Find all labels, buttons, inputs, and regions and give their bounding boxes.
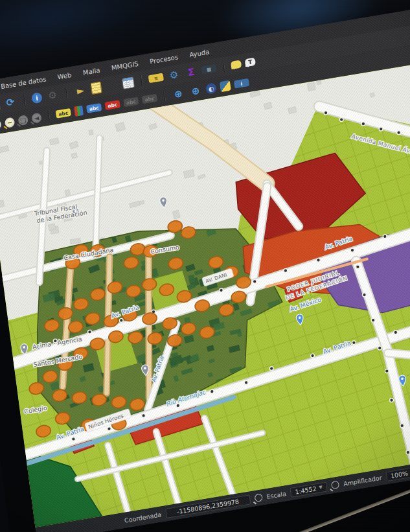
coordinate-label: Coordenada (124, 511, 161, 524)
menu-mmqgis[interactable]: MMQGIS (111, 60, 139, 71)
zoom-full-icon[interactable]: □ (17, 114, 28, 125)
label-abc-yellow-icon[interactable]: abc (56, 108, 71, 119)
layer-labeling-icon[interactable] (74, 105, 84, 116)
scale-value: 1:4552 (295, 485, 317, 495)
photo-of-monitor: Base de datosWebMallaMMQGISProcesosAyuda… (0, 0, 410, 532)
label-abc-gray-icon[interactable]: abc (123, 97, 139, 107)
qgis-window: Base de datosWebMallaMMQGISProcesosAyuda… (0, 0, 410, 532)
toolbar-separator (48, 111, 50, 121)
duplicate-features-icon[interactable]: ≡ (148, 73, 164, 84)
magnifier-label: Amplificador (343, 474, 382, 487)
toolbar-separator (65, 88, 67, 98)
zoom-out-icon[interactable]: − (5, 117, 16, 128)
web-earth-icon[interactable]: ◐ (205, 82, 217, 95)
refresh-map-icon[interactable]: ⟳ (3, 95, 17, 110)
zoom-last-icon[interactable]: ◄ (31, 112, 42, 123)
processing-toolbox-icon[interactable]: ⚙ (166, 67, 181, 83)
identify-features-icon[interactable]: i (31, 92, 43, 104)
toolbar-separator (141, 75, 142, 86)
chevron-down-icon: ▼ (319, 485, 323, 491)
attribute-table-icon[interactable] (122, 76, 135, 89)
menu-malla[interactable]: Malla (82, 66, 100, 76)
edit-form-icon[interactable] (91, 82, 102, 95)
toolbar-separator (223, 62, 225, 72)
select-features-icon[interactable]: ► (73, 83, 88, 98)
plugin-info-icon[interactable]: i (234, 78, 249, 89)
mouse-position-icon (254, 493, 262, 502)
scale-label: Escala (266, 490, 286, 500)
metasearch-globe-icon[interactable]: ⊕ (171, 86, 186, 102)
map-tips-icon[interactable] (231, 60, 242, 69)
toolbar-separator (163, 91, 165, 102)
magnifier-icon (331, 480, 339, 489)
label-abc-gray2-icon[interactable]: abc (142, 94, 157, 104)
save-edits-icon[interactable] (0, 98, 1, 112)
python-console-icon[interactable] (220, 80, 231, 93)
scale-combo[interactable]: 1:4552 ▼ (290, 481, 328, 497)
deselect-form-icon[interactable] (104, 78, 119, 93)
magnifier-value: 100% (390, 469, 408, 479)
menu-web[interactable]: Web (57, 71, 72, 80)
menu-ayuda[interactable]: Ayuda (189, 48, 210, 58)
field-calculator-icon[interactable]: ▦ (201, 64, 217, 75)
label-abc-red-icon[interactable]: abc (105, 100, 120, 110)
quickmapservices-globe-icon[interactable]: ⊕ (188, 83, 203, 98)
toolbar-separator (23, 95, 25, 105)
monitor-screen: Base de datosWebMallaMMQGISProcesosAyuda… (0, 0, 410, 532)
text-annotation-icon[interactable]: T (245, 58, 256, 67)
label-abc-blue-icon[interactable]: abc (86, 103, 102, 113)
options-gear-icon[interactable]: ⚙ (45, 87, 60, 103)
menu-procesos[interactable]: Procesos (150, 53, 179, 65)
zoom-in-icon[interactable]: + (0, 119, 2, 130)
statistics-summary-icon[interactable]: Σ (183, 64, 198, 80)
